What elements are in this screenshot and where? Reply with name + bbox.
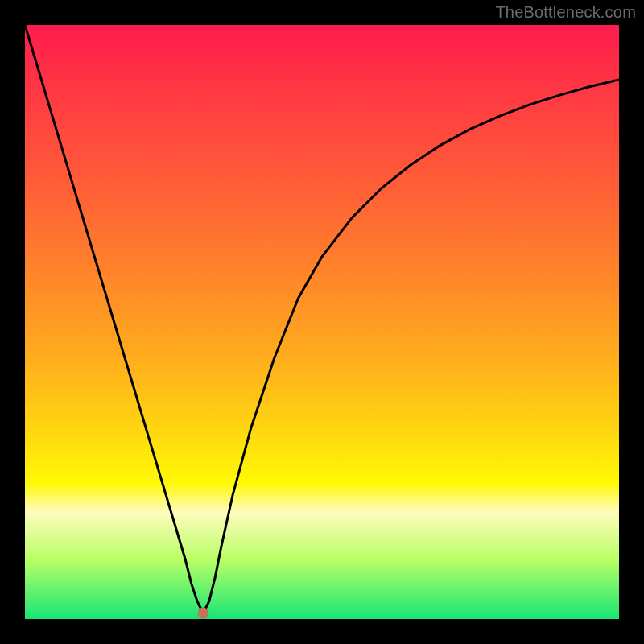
bottleneck-curve [25,25,619,613]
bottleneck-curve-svg [25,25,619,619]
optimal-marker [197,608,208,619]
chart-frame: TheBottleneck.com [0,0,644,644]
watermark-text: TheBottleneck.com [495,3,636,22]
plot-area [25,25,619,619]
